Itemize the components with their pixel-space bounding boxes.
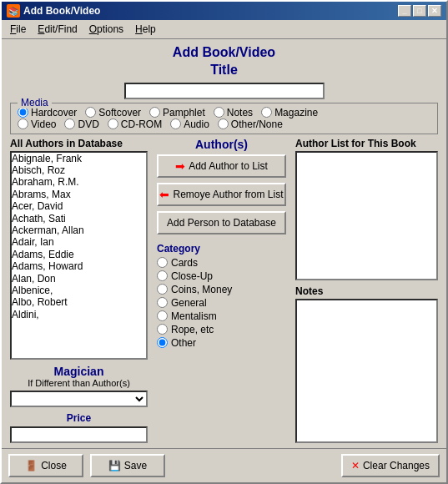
magician-section: Magician If Different than Author(s) (10, 365, 148, 407)
media-video[interactable]: Video (18, 118, 56, 130)
menu-bar: File Edit/Find Options Help (2, 20, 446, 39)
media-audio-radio[interactable] (170, 118, 181, 129)
authors-section-title: Author(s) (195, 138, 248, 151)
price-input[interactable] (10, 426, 148, 443)
clear-icon: ✕ (351, 460, 360, 471)
media-row-2: Video DVD CD-ROM Audio Other/None (18, 118, 430, 130)
page-title: Add Book/Video Title (10, 44, 438, 79)
media-hardcover-radio[interactable] (18, 107, 28, 118)
media-audio[interactable]: Audio (170, 118, 209, 130)
close-window-button[interactable]: ✕ (428, 5, 441, 17)
media-softcover[interactable]: Softcover (85, 107, 141, 118)
author-list-for-book[interactable] (297, 153, 436, 279)
close-icon: 🚪 (25, 460, 38, 471)
cat-general-radio[interactable] (157, 297, 168, 308)
media-dvd[interactable]: DVD (64, 118, 98, 130)
title-bar: 📚 Add Book/Video _ □ ✕ (2, 2, 446, 20)
media-magazine[interactable]: Magazine (261, 107, 318, 118)
clear-changes-button[interactable]: ✕ Clear Changes (341, 454, 440, 477)
cat-rope-radio[interactable] (157, 324, 168, 335)
center-panel: Author(s) ➡ Add Author to List ⬅ Remoye … (153, 138, 290, 443)
title-bar-buttons: _ □ ✕ (398, 5, 441, 17)
notes-textarea[interactable] (295, 299, 438, 443)
media-other[interactable]: Other/None (218, 118, 283, 130)
media-cdrom-radio[interactable] (108, 118, 118, 129)
cat-other-radio[interactable] (157, 337, 168, 348)
authors-list-label: All Authors in Database (10, 138, 148, 149)
media-dvd-radio[interactable] (64, 118, 75, 129)
media-other-radio[interactable] (218, 118, 229, 129)
add-author-button[interactable]: ➡ Add Author to List (157, 154, 286, 178)
cat-general[interactable]: General (157, 297, 286, 309)
authors-listbox[interactable]: Abignale, Frank Abisch, Roz Abraham, R.M… (12, 153, 146, 358)
menu-file[interactable]: File (5, 22, 31, 37)
add-arrow-icon: ➡ (175, 159, 185, 173)
cat-closeup[interactable]: Close-Up (157, 270, 286, 282)
price-label: Price (10, 412, 148, 424)
main-area: All Authors in Database Abignale, Frank … (10, 138, 438, 443)
title-input[interactable] (124, 83, 325, 99)
title-bar-left: 📚 Add Book/Video (7, 4, 100, 18)
magician-dropdown[interactable] (10, 391, 148, 407)
magician-title: Magician (10, 365, 148, 378)
media-pamphlet-radio[interactable] (149, 107, 160, 118)
cat-coins-radio[interactable] (157, 284, 168, 295)
remove-arrow-icon: ⬅ (159, 188, 169, 201)
cat-rope[interactable]: Rope, etc (157, 324, 286, 335)
media-row-1: Hardcover Softcover Pamphlet Notes Magaz… (18, 107, 430, 118)
media-softcover-radio[interactable] (85, 107, 96, 118)
media-magazine-radio[interactable] (261, 107, 272, 118)
remove-author-button[interactable]: ⬅ Remoye Author from List (157, 183, 286, 206)
left-panel: All Authors in Database Abignale, Frank … (10, 138, 148, 443)
media-hardcover[interactable]: Hardcover (18, 107, 77, 118)
author-list-box[interactable] (295, 151, 438, 280)
close-button[interactable]: 🚪 Close (8, 454, 83, 477)
window-title: Add Book/Video (23, 5, 100, 17)
menu-help[interactable]: Help (130, 22, 161, 37)
cat-mentalism-radio[interactable] (157, 310, 168, 321)
right-panel: Author List for This Book Notes (295, 138, 438, 443)
footer: 🚪 Close 💾 Save ✕ Clear Changes (2, 448, 446, 482)
media-label: Media (18, 97, 52, 108)
category-title: Category (157, 243, 286, 255)
save-icon: 💾 (108, 460, 121, 471)
cat-cards[interactable]: Cards (157, 257, 286, 269)
authors-list[interactable]: Abignale, Frank Abisch, Roz Abraham, R.M… (10, 151, 148, 360)
price-section: Price (10, 412, 148, 443)
media-pamphlet[interactable]: Pamphlet (149, 107, 205, 118)
title-input-row (10, 83, 438, 99)
minimize-button[interactable]: _ (398, 5, 411, 17)
maximize-button[interactable]: □ (413, 5, 426, 17)
notes-label: Notes (295, 285, 438, 297)
add-person-button[interactable]: Add Person to Database (157, 211, 286, 234)
menu-edit-find[interactable]: Edit/Find (33, 22, 82, 37)
media-notes-radio[interactable] (214, 107, 224, 118)
media-section: Media Hardcover Softcover Pamphlet Notes (10, 103, 438, 134)
category-section: Category Cards Close-Up Coins, Money (157, 243, 286, 350)
cat-coins[interactable]: Coins, Money (157, 284, 286, 295)
author-list-for-book-label: Author List for This Book (295, 138, 438, 149)
media-video-radio[interactable] (18, 118, 28, 129)
media-notes[interactable]: Notes (214, 107, 253, 118)
save-button[interactable]: 💾 Save (90, 454, 165, 477)
cat-other[interactable]: Other (157, 337, 286, 349)
magician-subtitle: If Different than Author(s) (10, 378, 148, 388)
cat-mentalism[interactable]: Mentalism (157, 310, 286, 322)
app-icon: 📚 (7, 4, 20, 18)
main-window: 📚 Add Book/Video _ □ ✕ File Edit/Find Op… (0, 0, 448, 484)
content-area: Add Book/Video Title Media Hardcover Sof… (2, 39, 446, 448)
media-cdrom[interactable]: CD-ROM (108, 118, 162, 130)
menu-options[interactable]: Options (84, 22, 128, 37)
cat-closeup-radio[interactable] (157, 270, 168, 281)
cat-cards-radio[interactable] (157, 257, 168, 268)
